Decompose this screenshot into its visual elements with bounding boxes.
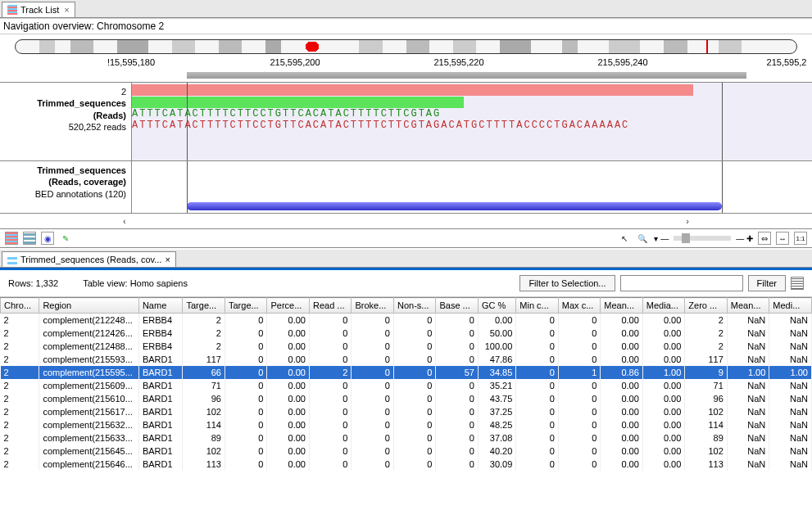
table-row[interactable]: 2complement(212426...ERBB4200.00000050.0… [1,327,812,340]
zoom-dropdown-icon[interactable]: ▾ — [654,234,669,243]
scroll-left-icon[interactable]: ‹ [123,216,126,226]
table-row[interactable]: 2complement(215646...BARD111300.00000030… [1,458,812,471]
column-header[interactable]: Read ... [309,298,352,314]
column-header[interactable]: Perce... [267,298,310,314]
column-header[interactable]: Base ... [436,298,479,314]
ideogram-area [0,34,812,54]
zoom-slider[interactable] [674,236,731,241]
column-header[interactable]: Name [138,298,183,314]
column-header[interactable]: Chro... [1,298,39,314]
fit-sel-icon[interactable]: ↔ [776,232,789,245]
column-header[interactable]: Media... [642,298,685,314]
sequence-top: ATTTCATACTTTTCTTCCTGTTCACATACTTTTCTTCGTA… [132,108,441,120]
column-header[interactable]: Mean... [727,298,769,314]
ruler-tick: 215,595,220 [433,57,483,67]
h-scrollbar[interactable]: ‹ › [0,214,812,228]
depth-label: 2 [5,86,126,97]
genomic-ruler: !15,595,180 215,595,200 215,595,220 215,… [0,57,812,82]
ruler-tick: 215,595,2 [767,57,807,67]
column-header[interactable]: Max c... [558,298,601,314]
column-header[interactable]: GC % [478,298,515,314]
table-row[interactable]: 2complement(215595...BARD16600.002005734… [1,366,812,379]
tab-table[interactable]: Trimmed_sequences (Reads, cov... × [2,251,176,267]
table-row[interactable]: 2complement(215593...BARD111700.00000047… [1,353,812,366]
table-row[interactable]: 2complement(212488...ERBB4200.000000100.… [1,340,812,353]
tab2-label: Trimmed_sequences (Reads, cov... [20,255,161,264]
table-row[interactable]: 2complement(215632...BARD111400.00000048… [1,418,812,431]
column-header[interactable]: Mean... [601,298,643,314]
sequence-bottom: ATTTCATACTTTTCTTCCTGTTCACATACTTTTCTTCGTA… [132,120,629,131]
column-header[interactable]: Min c... [516,298,559,314]
track2-canvas[interactable] [131,161,812,213]
table-icon [7,255,17,264]
table-panel: Trimmed_sequences (Reads, cov... × Rows:… [0,248,812,471]
track2-label: Trimmed_sequences (Reads, coverage) BED … [0,161,131,213]
table-view-label: Table view: Homo sapiens [83,278,188,288]
track1-count: 520,252 reads [5,121,126,133]
view-marker[interactable] [706,39,708,54]
track2-note: BED annotations (120) [5,188,126,200]
zoom-in-icon[interactable]: — ✚ [736,234,753,243]
track2-subtitle: (Reads, coverage) [5,176,126,187]
view-report-icon[interactable]: ✎ [59,232,72,245]
filter-button[interactable]: Filter [748,275,786,291]
data-table[interactable]: Chro...RegionNameTarge...Targe...Perce..… [0,297,812,471]
ruler-tick: 215,595,240 [597,57,647,67]
rows-count: Rows: 1,332 [8,278,58,288]
track1-label: 2 Trimmed_sequences (Reads) 520,252 read… [0,83,131,160]
column-header[interactable]: Medi... [769,298,812,314]
filter-input[interactable] [620,275,743,291]
table-row[interactable]: 2complement(215609...BARD17100.00000035.… [1,379,812,392]
chromosome-ideogram[interactable] [15,39,797,54]
table-row[interactable]: 2complement(215610...BARD19600.00000043.… [1,392,812,405]
pointer-icon[interactable]: ↖ [618,232,631,245]
fit-11-icon[interactable]: 1:1 [794,232,807,245]
table-row[interactable]: 2complement(215645...BARD110200.00000040… [1,445,812,458]
track1-subtitle: (Reads) [5,110,126,121]
zoom-icon[interactable]: 🔍 [636,232,649,245]
track1-title: Trimmed_sequences [5,97,126,109]
track2-title: Trimmed_sequences [5,165,126,176]
top-tab-bar: Track List × [0,0,812,18]
ruler-tick: 215,595,200 [270,57,320,67]
navigation-overview-label: Navigation overview: Chromosome 2 [0,18,812,34]
tab-tracklist[interactable]: Track List × [2,2,75,17]
ruler-tick: !15,595,180 [107,57,155,67]
scroll-right-icon[interactable]: › [686,216,689,226]
column-header[interactable]: Zero ... [685,298,728,314]
coverage-bar [187,202,722,210]
column-header[interactable]: Non-s... [393,298,436,314]
column-header[interactable]: Region [39,298,139,314]
filter-to-selection-button[interactable]: Filter to Selection... [519,275,615,291]
tab-label: Track List [20,5,59,15]
view-tracks-icon[interactable] [5,232,18,245]
column-header[interactable]: Broke... [352,298,394,314]
zoom-range-bar[interactable] [187,72,746,79]
table-row[interactable]: 2complement(215617...BARD110200.00000037… [1,405,812,418]
column-header[interactable]: Targe... [225,298,267,314]
table-row[interactable]: 2complement(212248...ERBB4200.0000000.00… [1,314,812,327]
track1-canvas[interactable]: ATTTCATACTTTTCTTCCTGTTCACATACTTTTCTTCGTA… [131,83,812,160]
close-icon[interactable]: × [64,5,69,15]
menu-icon[interactable] [791,277,804,290]
view-info-icon[interactable]: ◉ [41,232,54,245]
view-table-icon[interactable] [23,232,36,245]
column-header[interactable]: Targe... [183,298,225,314]
view-toolbar: ◉ ✎ ↖ 🔍 ▾ — — ✚ ⇔ ↔ 1:1 [0,228,812,248]
table-row[interactable]: 2complement(215633...BARD18900.00000037.… [1,431,812,445]
close-icon[interactable]: × [165,255,170,264]
tracklist-icon [7,5,17,15]
fit-width-icon[interactable]: ⇔ [758,232,771,245]
